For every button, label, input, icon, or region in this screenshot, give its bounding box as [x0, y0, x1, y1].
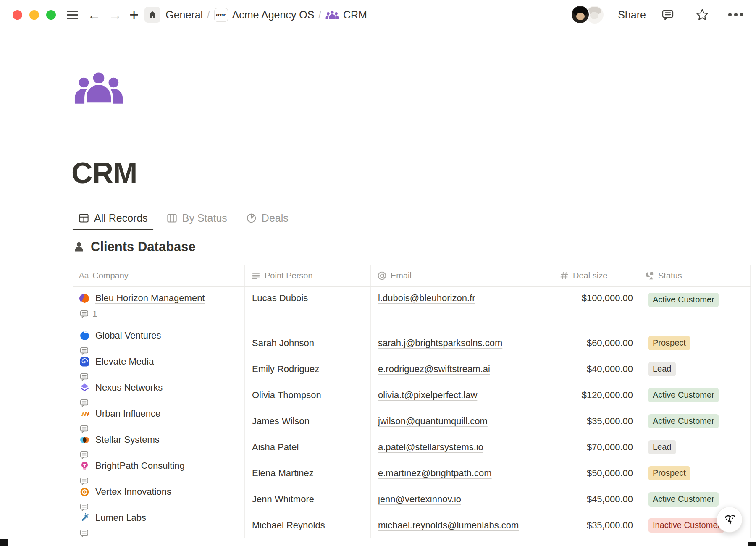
status-badge[interactable]: Prospect [648, 466, 690, 480]
point-person-cell[interactable]: Olivia Thompson [245, 382, 371, 408]
home-chip[interactable] [144, 7, 160, 23]
company-name-link[interactable]: Urban Influence [95, 408, 160, 419]
comment-indicator[interactable] [79, 398, 92, 408]
status-badge[interactable]: Lead [648, 440, 676, 454]
status-badge[interactable]: Active Customer [648, 293, 719, 307]
table-row[interactable]: Global Ventures Sarah Johnson sarah.j@br… [73, 330, 751, 356]
status-badge[interactable]: Active Customer [648, 388, 719, 402]
email-cell[interactable]: michael.reynolds@lumenlabs.com [371, 512, 550, 538]
point-person-cell[interactable]: Elena Martinez [245, 460, 371, 486]
column-header-email[interactable]: Email [371, 265, 550, 286]
table-row[interactable]: Urban Influence James Wilson jwilson@qua… [73, 408, 751, 434]
status-badge[interactable]: Prospect [648, 336, 690, 350]
column-header-company[interactable]: Aa Company [73, 265, 245, 286]
company-cell[interactable]: Stellar Systems [73, 434, 245, 460]
back-button[interactable]: ← [86, 6, 102, 23]
company-name-link[interactable]: Elevate Media [95, 356, 154, 367]
deal-size-cell[interactable]: $35,000.00 [550, 512, 638, 538]
tab-by-status[interactable]: By Status [161, 206, 233, 230]
status-cell[interactable]: Active Customer [638, 382, 751, 408]
comment-indicator[interactable]: 1 [79, 309, 97, 319]
comments-button[interactable] [659, 6, 676, 23]
point-person-cell[interactable]: Aisha Patel [245, 434, 371, 460]
deal-size-cell[interactable]: $35,000.00 [550, 408, 638, 434]
company-name-link[interactable]: BrightPath Consulting [95, 460, 185, 471]
email-link[interactable]: l.dubois@bleuhorizon.fr [378, 293, 475, 304]
comment-indicator[interactable] [79, 476, 92, 486]
page-title[interactable]: CRM [71, 156, 137, 190]
comment-indicator[interactable] [79, 450, 92, 460]
status-cell[interactable]: Prospect [638, 460, 751, 486]
breadcrumb-general[interactable]: General [165, 9, 203, 21]
close-window-button[interactable] [13, 10, 22, 20]
status-badge[interactable]: Active Customer [648, 414, 719, 428]
email-link[interactable]: michael.reynolds@lumenlabs.com [378, 520, 519, 531]
table-row[interactable]: Lumen Labs Michael Reynolds michael.reyn… [73, 512, 751, 538]
minimize-window-button[interactable] [29, 10, 39, 20]
table-row[interactable]: Elevate Media Emily Rodriguez e.rodrigue… [73, 356, 751, 382]
tab-all-records[interactable]: All Records [73, 206, 153, 230]
point-person-cell[interactable]: Emily Rodriguez [245, 356, 371, 382]
email-cell[interactable]: jenn@vertexinnov.io [371, 486, 550, 512]
share-button[interactable]: Share [618, 9, 646, 21]
deal-size-cell[interactable]: $50,000.00 [550, 460, 638, 486]
point-person-cell[interactable]: Jenn Whitmore [245, 486, 371, 512]
zoom-window-button[interactable] [46, 10, 56, 20]
column-header-point-person[interactable]: Point Person [245, 265, 371, 286]
deal-size-cell[interactable]: $45,000.00 [550, 486, 638, 512]
table-row[interactable]: Bleu Horizon Management 1 Lucas Dubois l… [73, 287, 751, 330]
email-link[interactable]: jwilson@quantumquill.com [378, 416, 488, 427]
column-header-status[interactable]: Status [638, 265, 751, 286]
breadcrumb-page-crm[interactable]: CRM [326, 9, 367, 21]
company-cell[interactable]: Vertex Innovations [73, 486, 245, 512]
deal-size-cell[interactable]: $100,000.00 [550, 287, 638, 330]
email-link[interactable]: jenn@vertexinnov.io [378, 494, 461, 505]
company-cell[interactable]: Global Ventures [73, 330, 245, 356]
email-link[interactable]: olivia.t@pixelperfect.law [378, 390, 477, 401]
company-cell[interactable]: Bleu Horizon Management 1 [73, 287, 245, 330]
new-page-button[interactable]: + [128, 7, 140, 23]
breadcrumb-workspace[interactable]: acme Acme Agency OS [214, 8, 315, 22]
deal-size-cell[interactable]: $70,000.00 [550, 434, 638, 460]
sidebar-toggle-button[interactable] [67, 10, 78, 19]
table-row[interactable]: Vertex Innovations Jenn Whitmore jenn@ve… [73, 486, 751, 512]
email-link[interactable]: e.martinez@brightpath.com [378, 468, 492, 479]
table-row[interactable]: BrightPath Consulting Elena Martinez e.m… [73, 460, 751, 486]
comment-indicator[interactable] [79, 346, 92, 356]
comment-indicator[interactable] [79, 424, 92, 434]
email-cell[interactable]: e.martinez@brightpath.com [371, 460, 550, 486]
company-cell[interactable]: BrightPath Consulting [73, 460, 245, 486]
status-badge[interactable]: Inactive Customer [648, 518, 724, 533]
status-badge[interactable]: Lead [648, 362, 676, 376]
email-cell[interactable]: sarah.j@brightsparksolns.com [371, 330, 550, 356]
company-cell[interactable]: Urban Influence [73, 408, 245, 434]
forward-button[interactable]: → [107, 6, 123, 23]
database-title[interactable]: Clients Database [91, 239, 196, 255]
notion-ai-button[interactable] [717, 507, 743, 533]
comment-indicator[interactable] [79, 528, 92, 538]
point-person-cell[interactable]: Sarah Johnson [245, 330, 371, 356]
email-link[interactable]: a.patel@stellarsystems.io [378, 442, 483, 453]
status-cell[interactable]: Lead [638, 434, 751, 460]
point-person-cell[interactable]: Michael Reynolds [245, 512, 371, 538]
deal-size-cell[interactable]: $120,000.00 [550, 382, 638, 408]
status-badge[interactable]: Active Customer [648, 492, 719, 507]
company-cell[interactable]: Nexus Networks [73, 382, 245, 408]
comment-indicator[interactable] [79, 502, 92, 512]
deal-size-cell[interactable]: $40,000.00 [550, 356, 638, 382]
company-name-link[interactable]: Vertex Innovations [95, 486, 171, 497]
point-person-cell[interactable]: Lucas Dubois [245, 287, 371, 330]
deal-size-cell[interactable]: $60,000.00 [550, 330, 638, 356]
status-cell[interactable]: Active Customer [638, 408, 751, 434]
company-name-link[interactable]: Bleu Horizon Management [95, 293, 205, 304]
status-cell[interactable]: Lead [638, 356, 751, 382]
column-header-deal-size[interactable]: Deal size [550, 265, 638, 286]
status-cell[interactable]: Active Customer [638, 287, 751, 330]
favorite-button[interactable] [694, 6, 711, 23]
status-cell[interactable]: Prospect [638, 330, 751, 356]
company-cell[interactable]: Lumen Labs [73, 512, 245, 538]
company-name-link[interactable]: Nexus Networks [95, 382, 163, 393]
table-row[interactable]: Nexus Networks Olivia Thompson olivia.t@… [73, 382, 751, 408]
company-name-link[interactable]: Global Ventures [95, 330, 161, 341]
point-person-cell[interactable]: James Wilson [245, 408, 371, 434]
